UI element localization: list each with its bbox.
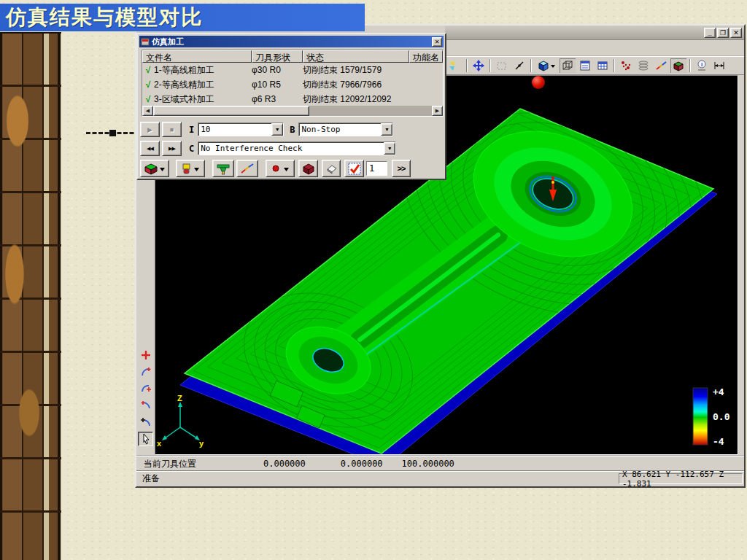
break-label: B	[290, 125, 295, 135]
step-point-icon[interactable]	[266, 160, 295, 177]
table-row[interactable]: √ 1-等高线粗加工 φ30 R0 切削结束 1579/1579	[142, 63, 443, 77]
deviation-legend: +4 0.0 -4	[693, 386, 730, 447]
legend-max: +4	[713, 386, 724, 397]
cursor-coordinates: X 86.621 Y -112.657 Z -1.831	[619, 473, 743, 484]
chevron-down-icon[interactable]: ▼	[271, 123, 283, 136]
tool-sphere	[532, 76, 545, 89]
slide-side-decoration	[0, 32, 61, 560]
dialog-app-icon	[141, 37, 150, 46]
dialog-close-icon[interactable]: ✕	[432, 37, 442, 47]
interference-dropdown[interactable]: No Interference Check ▼	[198, 141, 396, 155]
pan-icon[interactable]	[471, 58, 487, 73]
toolbar-separator	[466, 59, 468, 72]
fast-forward-button[interactable]: ▶▶	[162, 141, 182, 156]
toolbar-separator	[489, 59, 491, 72]
measure-icon[interactable]	[711, 58, 727, 73]
show-tool-icon[interactable]	[176, 160, 205, 177]
eraser-icon[interactable]	[322, 160, 341, 177]
tool-position-label: 当前刀具位置	[144, 458, 196, 470]
legend-min: -4	[713, 436, 724, 447]
status-ready: 准备	[142, 472, 160, 485]
tool-position-x: 0.000000	[263, 459, 306, 469]
stop-button[interactable]: ■	[162, 122, 182, 137]
rewind-button[interactable]: ◀◀	[140, 141, 160, 156]
rotate-arc-icon[interactable]	[138, 381, 153, 396]
column-file[interactable]: 文件名	[142, 50, 252, 63]
break-mode-dropdown[interactable]: Non-Stop ▼	[298, 122, 393, 136]
playback-row-2: ◀◀ ▶▶ C No Interference Check ▼	[140, 141, 396, 156]
horizontal-scrollbar[interactable]: ◀ ▶	[142, 106, 443, 116]
select-cursor-icon[interactable]	[138, 432, 153, 446]
dialog-titlebar[interactable]: 仿真加工 ✕	[139, 36, 444, 47]
connector-handle[interactable]	[109, 130, 116, 136]
play-button[interactable]: ▶	[140, 122, 160, 137]
paw-trace-icon[interactable]	[618, 58, 634, 73]
line-icon[interactable]	[511, 58, 527, 73]
minimize-button[interactable]: _	[704, 28, 716, 38]
interval-label: I	[189, 125, 194, 135]
axes-triad: Z x y	[157, 394, 204, 448]
toolpath-icon[interactable]	[653, 58, 669, 73]
show-toolpath-icon[interactable]	[236, 160, 258, 177]
clipped-icon[interactable]	[447, 58, 463, 73]
interval-dropdown[interactable]: 10 ▼	[198, 122, 284, 136]
solid-block-icon[interactable]	[670, 58, 686, 73]
svg-text:i: i	[701, 61, 703, 68]
info-icon[interactable]: i	[694, 58, 710, 73]
chevron-down-icon[interactable]: ▼	[384, 142, 395, 155]
tool-position-y: 0.000000	[341, 459, 383, 469]
scroll-right-icon[interactable]: ▶	[432, 106, 443, 116]
slide-title: 仿真结果与模型对比	[0, 4, 203, 31]
chevron-down-icon[interactable]: ▼	[381, 123, 392, 136]
compare-check-icon[interactable]	[344, 160, 364, 177]
select-box-icon[interactable]	[494, 58, 510, 73]
wireframe-cube-icon[interactable]	[560, 58, 576, 73]
show-stock-icon[interactable]	[140, 160, 169, 177]
dialog-title: 仿真加工	[152, 36, 432, 47]
axis-z-label: Z	[177, 394, 182, 402]
check-icon: √	[142, 79, 154, 90]
dashed-connector	[86, 132, 140, 134]
toolbar-separator	[614, 59, 615, 72]
solid-compare-icon[interactable]	[298, 160, 318, 177]
tool-position-z: 100.000000	[402, 459, 454, 469]
simulation-dialog: 仿真加工 ✕ 文件名 刀具形状 状态 功能名 √ 1-等高线粗加工 φ30 R0…	[136, 33, 446, 180]
table-header: 文件名 刀具形状 状态 功能名	[142, 50, 443, 63]
column-tool[interactable]: 刀具形状	[252, 50, 303, 63]
column-function[interactable]: 功能名	[409, 50, 443, 63]
scrollbar-thumb[interactable]	[153, 106, 309, 116]
more-options-button[interactable]: >>	[392, 160, 411, 177]
rotate-arc-icon[interactable]	[138, 365, 153, 379]
check-label: C	[189, 144, 194, 154]
axis-y-label: y	[199, 439, 204, 448]
table-row[interactable]: √ 2-等高线精加工 φ10 R5 切削结束 7966/7966	[142, 77, 443, 92]
list-view-icon[interactable]	[577, 58, 593, 73]
toolbar-separator	[530, 59, 532, 72]
slide-title-banner: 仿真结果与模型对比	[0, 4, 365, 31]
add-point-icon[interactable]	[138, 348, 153, 362]
close-button[interactable]: ✕	[730, 28, 742, 38]
tool-holder-icon[interactable]	[212, 160, 234, 177]
window-titlebar[interactable]: _ ❐ ✕	[445, 26, 744, 40]
table-row[interactable]: √ 3-区域式补加工 φ6 R3 切削结束 12092/12092	[142, 92, 443, 106]
slide: 仿真结果与模型对比 _ ❐ ✕	[0, 0, 747, 560]
scroll-left-icon[interactable]: ◀	[142, 106, 153, 116]
tolerance-input[interactable]	[366, 161, 387, 176]
playback-row-1: ▶ ■ I 10 ▼ B Non-Stop ▼	[140, 122, 393, 137]
layers-icon[interactable]	[635, 58, 651, 73]
shaded-cube-icon[interactable]	[535, 58, 558, 73]
restore-button[interactable]: ❐	[717, 28, 729, 38]
column-status[interactable]: 状态	[303, 50, 409, 63]
axis-x-label: x	[157, 439, 162, 448]
toolbar-separator	[689, 59, 691, 72]
check-icon: √	[142, 94, 154, 104]
operation-table: 文件名 刀具形状 状态 功能名 √ 1-等高线粗加工 φ30 R0 切削结束 1…	[142, 50, 444, 117]
status-bar: 准备 X 86.621 Y -112.657 Z -1.831	[136, 471, 744, 486]
table-view-icon[interactable]	[595, 58, 611, 73]
rotate-arc-icon[interactable]	[138, 415, 153, 429]
rotate-arc-icon[interactable]	[138, 398, 153, 413]
legend-zero: 0.0	[713, 411, 730, 422]
check-icon: √	[142, 65, 154, 75]
